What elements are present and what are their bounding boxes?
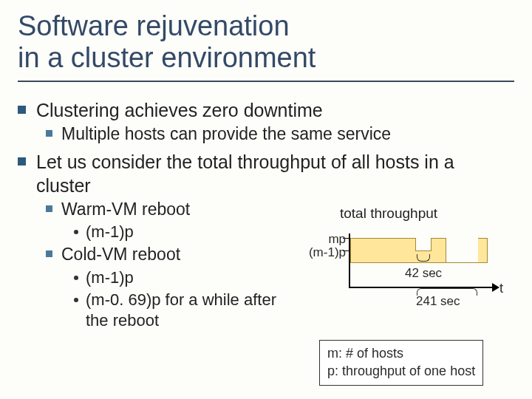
y-tick-label: mp: [328, 232, 346, 247]
chart-title: total throughput: [340, 205, 437, 222]
chart-dip-warm: [415, 238, 432, 251]
bullet-l2: Multiple hosts can provide the same serv…: [46, 123, 514, 145]
slide-title: Software rejuvenation in a cluster envir…: [18, 10, 514, 82]
throughput-chart: mp (m-1)p 42 sec 241 sec t: [301, 225, 504, 299]
chart-annotation: 42 sec: [405, 266, 442, 281]
bullet-icon: [74, 230, 78, 234]
x-axis-label: t: [499, 281, 503, 296]
chart-legend: m: # of hosts p: throughput of one host: [319, 340, 483, 386]
bullet-text: (m-0. 69)p for a while after the reboot: [86, 290, 278, 331]
y-tick-label: (m-1)p: [309, 245, 346, 260]
bullet-icon: [46, 250, 52, 257]
bullet-text: (m-1)p: [86, 267, 134, 288]
bullet-l1: Clustering achieves zero downtime Multip…: [18, 98, 514, 145]
bullet-icon: [74, 276, 78, 280]
bullet-icon: [18, 106, 26, 114]
bullet-icon: [18, 157, 26, 166]
legend-row: p: throughput of one host: [327, 362, 475, 380]
brace-icon: [417, 254, 430, 262]
bullet-l2: Warm-VM reboot: [46, 199, 514, 220]
bullet-icon: [74, 298, 78, 302]
slide: Software rejuvenation in a cluster envir…: [0, 0, 532, 399]
bullet-icon: [46, 130, 52, 137]
bullet-text: Clustering achieves zero downtime: [36, 98, 323, 122]
y-axis: [349, 233, 350, 287]
bullet-text: Let us consider the total throughput of …: [36, 150, 472, 197]
legend-row: m: # of hosts: [327, 344, 475, 362]
bullet-text: Warm-VM reboot: [61, 199, 190, 220]
chart-annotation: 241 sec: [416, 294, 460, 309]
chart-dip-cold: [446, 238, 478, 263]
bullet-text: Cold-VM reboot: [61, 244, 180, 265]
bullet-text: Multiple hosts can provide the same serv…: [61, 123, 391, 145]
bullet-text: (m-1)p: [86, 222, 134, 242]
bullet-icon: [46, 205, 52, 212]
arrow-right-icon: [492, 283, 499, 292]
